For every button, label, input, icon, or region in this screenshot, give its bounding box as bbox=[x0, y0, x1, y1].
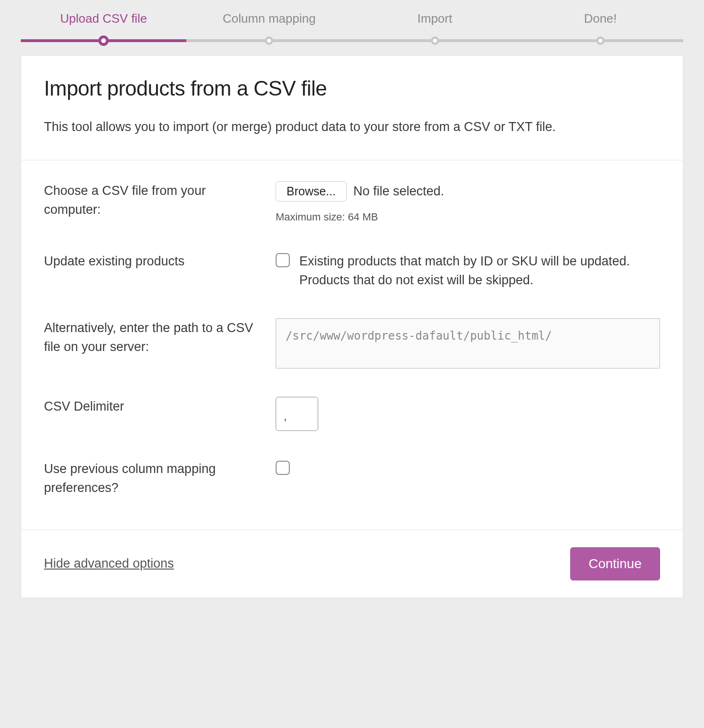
previous-mapping-checkbox[interactable] bbox=[276, 461, 290, 475]
delimiter-input[interactable] bbox=[276, 397, 318, 431]
step-label: Done! bbox=[584, 11, 617, 26]
previous-mapping-label: Use previous column mapping preferences? bbox=[44, 459, 276, 498]
step-dot-upload bbox=[98, 35, 109, 46]
card-footer: Hide advanced options Continue bbox=[21, 530, 683, 597]
stepper: Upload CSV file Column mapping Import Do… bbox=[0, 0, 704, 42]
step-done[interactable]: Done! bbox=[518, 11, 683, 39]
progress-bar bbox=[21, 39, 683, 42]
row-update-existing: Update existing products Existing produc… bbox=[44, 252, 660, 290]
step-dot-done bbox=[596, 36, 605, 45]
file-status: No file selected. bbox=[353, 184, 444, 199]
row-delimiter: CSV Delimiter bbox=[44, 397, 660, 431]
continue-button[interactable]: Continue bbox=[570, 547, 660, 580]
update-existing-label: Update existing products bbox=[44, 252, 276, 271]
row-choose-file: Choose a CSV file from your computer: Br… bbox=[44, 181, 660, 223]
server-path-input[interactable] bbox=[276, 318, 660, 368]
import-card: Import products from a CSV file This too… bbox=[21, 55, 683, 598]
page-title: Import products from a CSV file bbox=[44, 77, 660, 100]
step-label: Upload CSV file bbox=[60, 11, 147, 26]
step-dot-import bbox=[431, 36, 439, 45]
step-import[interactable]: Import bbox=[352, 11, 518, 39]
row-server-path: Alternatively, enter the path to a CSV f… bbox=[44, 318, 660, 368]
file-label: Choose a CSV file from your computer: bbox=[44, 181, 276, 219]
server-path-label: Alternatively, enter the path to a CSV f… bbox=[44, 318, 276, 357]
row-previous-mapping: Use previous column mapping preferences? bbox=[44, 459, 660, 498]
step-label: Import bbox=[417, 11, 452, 26]
card-body: Choose a CSV file from your computer: Br… bbox=[21, 160, 683, 530]
page-description: This tool allows you to import (or merge… bbox=[44, 117, 660, 137]
delimiter-label: CSV Delimiter bbox=[44, 397, 276, 416]
browse-button[interactable]: Browse... bbox=[276, 181, 347, 202]
step-label: Column mapping bbox=[223, 11, 316, 26]
update-existing-checkbox[interactable] bbox=[276, 253, 290, 267]
step-dot-mapping bbox=[265, 36, 273, 45]
toggle-advanced-link[interactable]: Hide advanced options bbox=[44, 556, 174, 571]
step-mapping[interactable]: Column mapping bbox=[186, 11, 352, 39]
card-header: Import products from a CSV file This too… bbox=[21, 56, 683, 160]
update-existing-description: Existing products that match by ID or SK… bbox=[299, 252, 660, 290]
file-help-text: Maximum size: 64 MB bbox=[276, 211, 660, 223]
